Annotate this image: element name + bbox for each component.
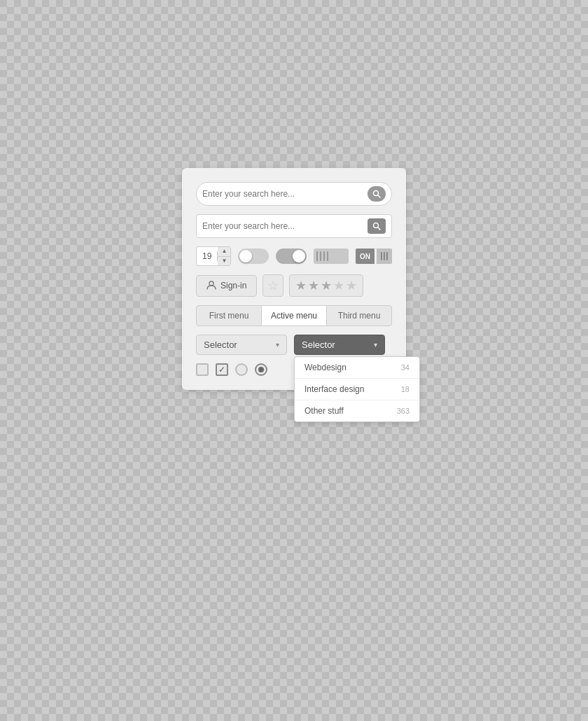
slider-line [320, 251, 321, 261]
stepper-down[interactable]: ▼ [218, 257, 230, 266]
dropdown-count-other: 363 [397, 407, 410, 415]
search-icon-1 [372, 190, 381, 198]
selector-2-wrapper: Selector ▾ Webdesign 34 Interface design… [294, 335, 385, 355]
svg-line-3 [378, 227, 380, 230]
menu-item-first[interactable]: First menu [197, 306, 262, 326]
stepper-value: 19 [197, 251, 218, 261]
search-bar-1 [196, 182, 392, 206]
chevron-down-icon-1: ▾ [276, 341, 279, 349]
star-4[interactable]: ★ [333, 278, 344, 293]
svg-point-4 [209, 281, 214, 286]
signin-label: Sign-in [220, 281, 246, 290]
search-bar-2 [196, 214, 392, 238]
menu-item-active[interactable]: Active menu [262, 306, 327, 326]
dropdown-item-interface[interactable]: Interface design 18 [295, 379, 419, 400]
on-lines [377, 248, 392, 264]
star-3[interactable]: ★ [321, 278, 332, 293]
slider-line [316, 251, 318, 261]
search-input-1[interactable] [202, 189, 368, 199]
selector-1-label: Selector [204, 340, 237, 350]
toggle-thumb-off [239, 250, 252, 262]
number-stepper: 19 ▲ ▼ [196, 246, 231, 266]
star-2[interactable]: ★ [308, 278, 319, 293]
stepper-up[interactable]: ▲ [218, 247, 230, 257]
toggle-on[interactable] [276, 248, 307, 264]
slider-line [327, 251, 328, 261]
svg-point-0 [374, 191, 379, 196]
on-toggle[interactable]: ON [356, 248, 392, 264]
search-input-2[interactable] [202, 221, 368, 231]
radio-unchecked[interactable] [235, 363, 248, 376]
dropdown-item-webdesign[interactable]: Webdesign 34 [295, 357, 419, 379]
controls-row: 19 ▲ ▼ ON [196, 246, 392, 266]
star-5[interactable]: ★ [346, 278, 357, 293]
toggle-thumb-on [293, 250, 305, 262]
widget-panel: 19 ▲ ▼ ON [182, 168, 406, 390]
star-1[interactable]: ★ [295, 278, 307, 293]
selector-row: Selector ▾ Selector ▾ Webdesign 34 Inter… [196, 335, 392, 355]
radio-dot [258, 367, 264, 372]
checkbox-checked[interactable]: ✓ [216, 363, 228, 376]
dropdown-count-webdesign: 34 [401, 363, 410, 372]
check-icon: ✓ [218, 365, 225, 374]
search-button-2[interactable] [368, 218, 386, 234]
selector-2[interactable]: Selector ▾ [294, 335, 385, 355]
slider-line [323, 251, 325, 261]
menu-item-third[interactable]: Third menu [327, 306, 391, 326]
signin-button[interactable]: Sign-in [196, 275, 257, 297]
dropdown-label-other: Other stuff [304, 406, 344, 416]
slider-bar[interactable] [314, 248, 349, 264]
buttons-row: Sign-in ☆ ★ ★ ★ ★ ★ [196, 274, 392, 297]
dropdown-menu: Webdesign 34 Interface design 18 Other s… [294, 356, 420, 422]
on-label: ON [356, 248, 374, 264]
dropdown-count-interface: 18 [401, 385, 410, 393]
search-button-1[interactable] [368, 186, 386, 202]
svg-point-2 [374, 223, 379, 228]
toggle-off[interactable] [238, 248, 269, 264]
chevron-down-icon-2: ▾ [374, 341, 377, 349]
svg-line-1 [378, 195, 380, 197]
stars-rating[interactable]: ★ ★ ★ ★ ★ [289, 274, 363, 297]
radio-checked[interactable] [255, 363, 267, 376]
dropdown-label-interface: Interface design [304, 384, 364, 394]
selector-1[interactable]: Selector ▾ [196, 335, 287, 355]
dropdown-item-other[interactable]: Other stuff 363 [295, 400, 419, 421]
stepper-arrows: ▲ ▼ [218, 247, 230, 265]
user-icon [206, 280, 216, 292]
star-empty-single[interactable]: ☆ [262, 274, 284, 297]
checkbox-unchecked[interactable] [196, 363, 209, 376]
search-icon-2 [372, 222, 381, 230]
user-svg [206, 280, 216, 290]
dropdown-label-webdesign: Webdesign [304, 363, 346, 372]
slider-lines [316, 251, 328, 261]
selector-2-label: Selector [302, 340, 335, 350]
menu-tabs: First menu Active menu Third menu [196, 305, 392, 326]
